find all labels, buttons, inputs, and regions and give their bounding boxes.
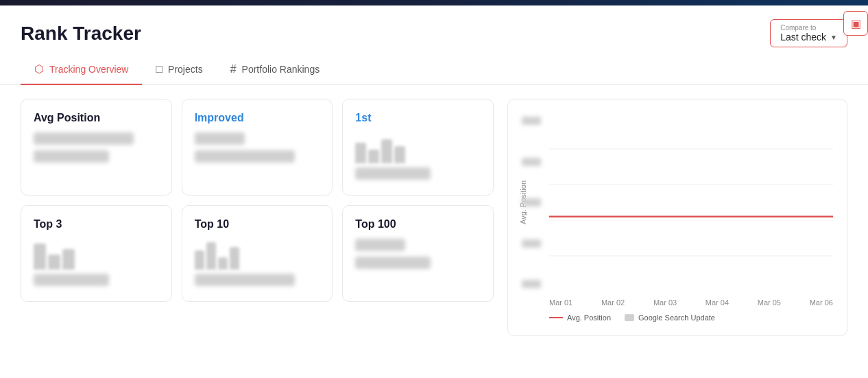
card-avg-position-title: Avg Position [34,112,159,124]
card-top10-sub [195,274,295,286]
card-top10-title: Top 10 [195,218,320,231]
legend-avg-label: Avg. Position [567,314,611,322]
card-improved-title: Improved [195,112,320,124]
chart-area: Avg. Position [522,113,833,292]
chart-svg [549,113,833,292]
app-title: Rank Tracker [21,23,141,45]
x-label-mar06: Mar 06 [810,298,833,307]
chart-section: Avg. Position [507,99,847,336]
header: Rank Tracker Compare to Last check ▼ ▣ [0,5,868,47]
card-avg-position[interactable]: Avg Position [21,99,172,196]
legend-avg-position: Avg. Position [549,314,611,322]
tab-tracking-overview-label: Tracking Overview [49,64,128,75]
card-first-sub [355,167,431,180]
nav-tabs: ⬡ Tracking Overview □ Projects # Portfol… [0,54,868,85]
card-first[interactable]: 1st [342,99,494,196]
compare-value: Last check ▼ [780,32,837,43]
header-right: Compare to Last check ▼ ▣ [770,19,847,47]
card-top100-title: Top 100 [355,218,481,231]
card-top100-value [355,239,405,251]
y-label-1 [522,117,541,125]
card-avg-position-value [34,132,134,145]
content-area: Avg Position Improved 1st [0,85,868,350]
corner-icon-button[interactable]: ▣ [843,11,868,36]
x-label-mar04: Mar 04 [706,298,729,307]
chart-x-labels: Mar 01 Mar 02 Mar 03 Mar 04 Mar 05 Mar 0… [549,298,833,307]
portfolio-icon: # [230,63,237,75]
main-container: Rank Tracker Compare to Last check ▼ ▣ ⬡… [0,5,868,378]
projects-icon: □ [156,63,162,75]
x-label-mar01: Mar 01 [549,298,572,307]
y-label-3 [522,198,541,206]
corner-icon: ▣ [851,17,861,30]
tracking-overview-icon: ⬡ [34,62,44,75]
legend-google-box [625,314,634,321]
chart-y-labels [522,113,541,292]
legend-avg-line [549,317,563,318]
card-top10[interactable]: Top 10 [182,205,333,302]
card-top3[interactable]: Top 3 [21,205,172,302]
card-first-title: 1st [355,112,481,124]
y-label-5 [522,280,541,288]
tab-projects-label: Projects [168,64,203,75]
card-first-chart [355,132,481,163]
card-improved-value [195,132,245,145]
card-improved-sub [195,150,295,163]
compare-button[interactable]: Compare to Last check ▼ [770,19,847,47]
chevron-down-icon: ▼ [830,34,837,41]
chart-legend: Avg. Position Google Search Update [549,314,833,322]
card-improved[interactable]: Improved [182,99,333,196]
tab-projects[interactable]: □ Projects [142,55,216,85]
tab-tracking-overview[interactable]: ⬡ Tracking Overview [21,54,142,85]
y-label-2 [522,158,541,166]
cards-grid: Avg Position Improved 1st [21,99,494,302]
legend-google-update: Google Search Update [625,314,715,322]
chart-inner [549,113,833,292]
x-label-mar02: Mar 02 [601,298,625,307]
x-label-mar03: Mar 03 [653,298,677,307]
cards-section: Avg Position Improved 1st [21,99,494,336]
tab-portfolio-label: Portfolio Rankings [242,64,320,75]
compare-label: Compare to [780,24,816,32]
y-label-4 [522,239,541,248]
card-top3-sub [34,274,109,286]
card-top100-sub [355,257,431,269]
card-top10-chart [195,239,320,270]
card-top100[interactable]: Top 100 [342,205,494,302]
legend-google-label: Google Search Update [638,314,715,322]
x-label-mar05: Mar 05 [758,298,781,307]
card-avg-position-sub [34,150,109,163]
card-top3-title: Top 3 [34,218,159,231]
top-bar [0,0,868,5]
card-top3-chart [34,239,159,270]
tab-portfolio-rankings[interactable]: # Portfolio Rankings [217,55,334,85]
